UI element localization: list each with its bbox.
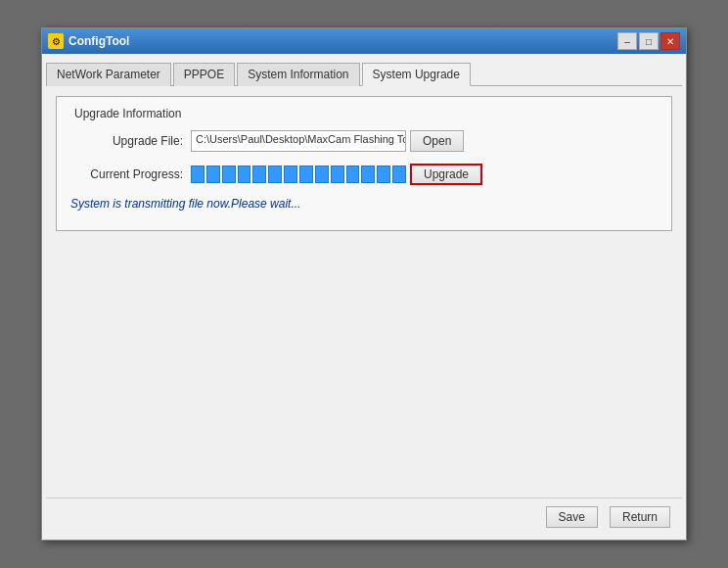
footer: Save Return [46, 497, 682, 536]
progress-block [206, 166, 220, 183]
progress-block [268, 166, 282, 183]
upgrade-file-row: Upgrade File: C:\Users\Paul\Desktop\MaxC… [70, 130, 658, 152]
maximize-button[interactable]: □ [639, 32, 659, 50]
tab-bar: NetWork Parameter PPPOE System Informati… [46, 58, 682, 86]
group-box-title: Upgrade Information [70, 107, 185, 120]
tab-pppoe[interactable]: PPPOE [173, 63, 235, 86]
open-button[interactable]: Open [410, 130, 464, 152]
progress-block [284, 166, 297, 183]
save-button[interactable]: Save [546, 506, 598, 528]
title-bar-left: ⚙ ConfigTool [48, 33, 129, 49]
progress-block [315, 166, 329, 183]
progress-block [252, 166, 266, 183]
app-icon: ⚙ [48, 33, 64, 49]
tab-system-information[interactable]: System Information [237, 63, 359, 86]
window-content: NetWork Parameter PPPOE System Informati… [42, 54, 686, 540]
progress-block [299, 166, 313, 183]
app-icon-symbol: ⚙ [52, 36, 61, 47]
minimize-button[interactable]: – [617, 32, 637, 50]
return-button[interactable]: Return [610, 506, 670, 528]
progress-block [361, 166, 375, 183]
tab-system-upgrade[interactable]: System Upgrade [362, 63, 471, 86]
current-progress-label: Current Progress: [70, 167, 183, 181]
upgrade-file-label: Upgrade File: [70, 134, 183, 148]
progress-block [346, 166, 360, 183]
progress-bar [191, 164, 406, 185]
progress-block [222, 166, 236, 183]
title-bar: ⚙ ConfigTool – □ ✕ [42, 28, 686, 54]
upgrade-button[interactable]: Upgrade [410, 164, 482, 185]
progress-block [191, 166, 205, 183]
progress-block [377, 166, 390, 183]
upgrade-information-group: Upgrade Information Upgrade File: C:\Use… [56, 96, 672, 231]
current-progress-row: Current Progress: Upgrade [70, 164, 658, 185]
progress-block [331, 166, 344, 183]
main-window: ⚙ ConfigTool – □ ✕ NetWork Parameter PPP… [41, 27, 687, 541]
upgrade-file-input[interactable]: C:\Users\Paul\Desktop\MaxCam Flashing To… [191, 130, 406, 152]
close-button[interactable]: ✕ [660, 32, 680, 50]
title-bar-controls: – □ ✕ [617, 32, 680, 50]
main-area: Upgrade Information Upgrade File: C:\Use… [46, 86, 682, 497]
progress-block [392, 166, 406, 183]
window-title: ConfigTool [68, 34, 129, 48]
tab-network-parameter[interactable]: NetWork Parameter [46, 63, 171, 86]
status-text: System is transmitting file now.Please w… [70, 197, 658, 211]
progress-block [238, 166, 251, 183]
